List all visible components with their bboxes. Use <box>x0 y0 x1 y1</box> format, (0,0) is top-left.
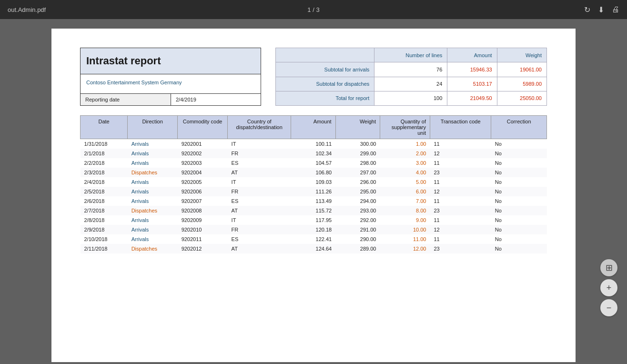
cell-country: IT <box>228 139 291 149</box>
cell-country: AT <box>228 244 291 253</box>
cell-qty: 8.00 <box>380 206 430 215</box>
toolbar-actions: ↻ ⬇ 🖨 <box>584 5 619 14</box>
cell-commodity: 9202006 <box>178 187 228 196</box>
summary-table: Number of lines Amount Weight Subtotal f… <box>275 48 547 106</box>
zoom-fit-button[interactable]: ⊞ <box>600 259 617 276</box>
download-icon[interactable]: ⬇ <box>598 5 604 14</box>
cell-correction: No <box>491 196 547 206</box>
cell-direction: Arrivals <box>128 177 178 187</box>
cell-date: 2/1/2018 <box>81 149 128 158</box>
print-icon[interactable]: 🖨 <box>612 5 619 14</box>
cell-transaction: 23 <box>430 168 491 177</box>
cell-country: ES <box>228 158 291 168</box>
file-title: out.Admin.pdf <box>8 6 46 13</box>
summary-row-arrivals: Subtotal for arrivals 76 15946.33 19061.… <box>276 62 547 77</box>
col-header-qty: Quantity of supplementary unit <box>380 116 430 139</box>
cell-correction: No <box>491 225 547 234</box>
report-company: Contoso Entertainment System Germany <box>86 80 182 85</box>
cell-correction: No <box>491 244 547 253</box>
cell-qty: 5.00 <box>380 177 430 187</box>
table-row: 2/10/2018 Arrivals 9202011 ES 122.41 290… <box>81 234 547 244</box>
cell-commodity: 9202010 <box>178 225 228 234</box>
col-header-direction: Direction <box>128 116 178 139</box>
col-header-country: Country of dispatch/destination <box>228 116 291 139</box>
cell-date: 2/9/2018 <box>81 225 128 234</box>
cell-date: 1/31/2018 <box>81 139 128 149</box>
cell-correction: No <box>491 168 547 177</box>
cell-direction: Dispatches <box>128 168 178 177</box>
cell-direction: Arrivals <box>128 149 178 158</box>
table-row: 2/7/2018 Dispatches 9202008 AT 115.72 29… <box>81 206 547 215</box>
table-row: 2/6/2018 Arrivals 9202007 ES 113.49 294.… <box>81 196 547 206</box>
cell-transaction: 12 <box>430 187 491 196</box>
cell-commodity: 9202003 <box>178 158 228 168</box>
cell-direction: Arrivals <box>128 196 178 206</box>
cell-amount: 113.49 <box>291 196 335 206</box>
cell-qty: 6.00 <box>380 187 430 196</box>
cell-commodity: 9202009 <box>178 215 228 225</box>
cell-weight: 298.00 <box>335 158 380 168</box>
cell-transaction: 12 <box>430 149 491 158</box>
cell-direction: Dispatches <box>128 244 178 253</box>
cell-date: 2/5/2018 <box>81 187 128 196</box>
cell-weight: 289.00 <box>335 244 380 253</box>
page-info: 1 / 3 <box>307 6 319 13</box>
zoom-in-button[interactable]: + <box>600 279 617 296</box>
cell-date: 2/2/2018 <box>81 158 128 168</box>
cell-commodity: 9202011 <box>178 234 228 244</box>
content-area: Intrastat report Contoso Entertainment S… <box>0 19 627 364</box>
cell-qty: 9.00 <box>380 215 430 225</box>
zoom-out-button[interactable]: − <box>600 299 617 316</box>
cell-transaction: 11 <box>430 158 491 168</box>
cell-direction: Arrivals <box>128 225 178 234</box>
report-title: Intrastat report <box>86 55 161 67</box>
cell-amount: 115.72 <box>291 206 335 215</box>
reporting-date-label: Reporting date <box>81 94 171 105</box>
cell-commodity: 9202012 <box>178 244 228 253</box>
cell-country: FR <box>228 149 291 158</box>
cell-transaction: 11 <box>430 196 491 206</box>
cell-weight: 297.00 <box>335 168 380 177</box>
cell-date: 2/6/2018 <box>81 196 128 206</box>
col-header-date: Date <box>81 116 128 139</box>
cell-qty: 10.00 <box>380 225 430 234</box>
toolbar: out.Admin.pdf 1 / 3 ↻ ⬇ 🖨 <box>0 0 627 19</box>
cell-country: ES <box>228 196 291 206</box>
table-row: 1/31/2018 Arrivals 9202001 IT 100.11 300… <box>81 139 547 149</box>
cell-weight: 294.00 <box>335 196 380 206</box>
cell-correction: No <box>491 149 547 158</box>
cell-country: FR <box>228 225 291 234</box>
report-title-inner: Intrastat report <box>81 48 261 74</box>
cell-transaction: 23 <box>430 244 491 253</box>
cell-qty: 1.00 <box>380 139 430 149</box>
cell-correction: No <box>491 234 547 244</box>
col-header-amount: Amount <box>291 116 335 139</box>
cell-commodity: 9202007 <box>178 196 228 206</box>
summary-header-amount: Amount <box>447 48 497 62</box>
cell-weight: 291.00 <box>335 225 380 234</box>
cell-transaction: 11 <box>430 234 491 244</box>
cell-qty: 12.00 <box>380 244 430 253</box>
cell-correction: No <box>491 139 547 149</box>
table-row: 2/3/2018 Dispatches 9202004 AT 106.80 29… <box>81 168 547 177</box>
cell-direction: Arrivals <box>128 215 178 225</box>
cell-date: 2/8/2018 <box>81 215 128 225</box>
cell-country: FR <box>228 187 291 196</box>
report-date-row: Reporting date 2/4/2019 <box>81 93 261 105</box>
cell-qty: 4.00 <box>380 168 430 177</box>
cell-country: IT <box>228 177 291 187</box>
cell-amount: 117.95 <box>291 215 335 225</box>
report-title-box: Intrastat report Contoso Entertainment S… <box>80 48 261 106</box>
cell-date: 2/7/2018 <box>81 206 128 215</box>
cell-direction: Arrivals <box>128 187 178 196</box>
cell-amount: 102.34 <box>291 149 335 158</box>
table-row: 2/1/2018 Arrivals 9202002 FR 102.34 299.… <box>81 149 547 158</box>
cell-commodity: 9202004 <box>178 168 228 177</box>
cell-direction: Arrivals <box>128 158 178 168</box>
cell-weight: 293.00 <box>335 206 380 215</box>
cell-amount: 124.64 <box>291 244 335 253</box>
summary-row-dispatches: Subtotal for dispatches 24 5103.17 5989.… <box>276 77 547 91</box>
report-company-box: Contoso Entertainment System Germany <box>81 74 261 93</box>
refresh-icon[interactable]: ↻ <box>584 5 590 14</box>
cell-transaction: 11 <box>430 177 491 187</box>
